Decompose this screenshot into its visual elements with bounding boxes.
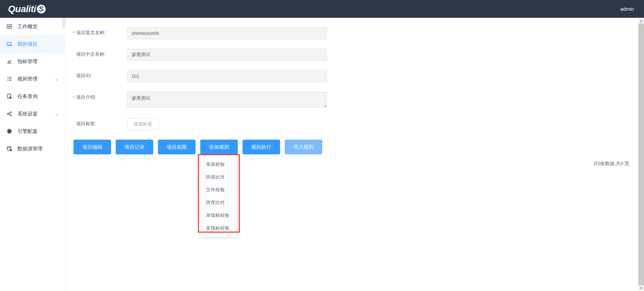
- textarea-intro[interactable]: [127, 92, 327, 108]
- sidebar-item-my-projects[interactable]: 我的项目: [0, 35, 65, 53]
- project-perm-button[interactable]: 项目权限: [158, 140, 196, 154]
- sidebar-item-label: 我的项目: [17, 41, 38, 47]
- scroll-thumb[interactable]: [638, 23, 644, 285]
- sidebar-item-label: 工作概览: [17, 23, 38, 30]
- logo-text: Qualiti: [8, 4, 36, 14]
- sidebar-item-settings[interactable]: 系统设置 ⌄: [0, 105, 65, 123]
- svg-rect-1: [8, 94, 11, 98]
- import-rule-button[interactable]: 导入规则: [285, 140, 322, 154]
- scroll-up-arrow-icon[interactable]: ▲: [638, 18, 644, 23]
- add-rule-wrapper: 添加规则 单表校验 跨表比对 文件校验 跨库比对 单指标校验 多指标校验: [200, 140, 238, 154]
- share-icon: [6, 110, 13, 117]
- svg-point-10: [7, 146, 11, 148]
- label-intro: 项目介绍:: [73, 92, 127, 100]
- svg-point-3: [7, 113, 8, 114]
- row-cn-name: 项目中文名称:: [73, 49, 636, 61]
- sidebar-item-rules[interactable]: 规则管理 ⌄: [0, 70, 65, 88]
- dropdown-item-single-metric[interactable]: 单指标校验: [201, 209, 236, 222]
- logo-badge: S: [37, 5, 46, 13]
- input-cn-name[interactable]: [127, 49, 327, 61]
- pagination-summary: 共0条数据,共0 页: [593, 161, 629, 167]
- svg-point-5: [10, 115, 11, 116]
- sidebar-item-datasource[interactable]: 数据源管理: [0, 140, 65, 157]
- dropdown-item-cross-db[interactable]: 跨库比对: [201, 196, 236, 209]
- input-id[interactable]: [127, 70, 327, 82]
- sidebar-item-label: 数据源管理: [17, 146, 43, 152]
- project-record-button[interactable]: 项目记录: [116, 140, 153, 154]
- sidebar-item-label: 系统设置: [17, 111, 38, 117]
- row-id: 项目ID:: [73, 70, 636, 82]
- row-en-name: 项目英文名称:: [73, 27, 636, 39]
- list-icon: [6, 76, 13, 82]
- row-tags: 项目标签: 添加标签: [73, 118, 636, 130]
- label-cn-name: 项目中文名称:: [73, 49, 127, 57]
- chevron-down-icon: ⌄: [55, 76, 59, 82]
- dropdown-item-file[interactable]: 文件校验: [201, 184, 236, 196]
- label-id: 项目ID:: [73, 70, 127, 79]
- db-icon: [6, 145, 13, 152]
- project-edit-button[interactable]: 项目编辑: [73, 140, 111, 154]
- svg-point-4: [10, 112, 11, 113]
- action-buttons: 项目编辑 项目记录 项目权限 添加规则 单表校验 跨表比对 文件校验 跨库比对 …: [73, 140, 636, 154]
- label-tags: 项目标签:: [73, 118, 127, 127]
- sidebar: 工作概览 我的项目 指标管理 规则管理 ⌄ 任务查询 系统设置 ⌄ 引擎配置: [0, 18, 65, 291]
- add-tag-button[interactable]: 添加标签: [127, 118, 159, 130]
- page-scrollbar[interactable]: ▲ ▼: [638, 18, 644, 291]
- sidebar-item-label: 任务查询: [17, 93, 38, 100]
- inbox-icon: [6, 41, 13, 47]
- rule-exec-button[interactable]: 规则执行: [243, 140, 280, 154]
- atom-icon: [6, 128, 13, 135]
- scroll-down-arrow-icon[interactable]: ▼: [638, 285, 644, 291]
- chart-icon: [6, 58, 13, 65]
- input-en-name[interactable]: [127, 27, 327, 39]
- app-header: QualitiS admin: [0, 0, 644, 18]
- dropdown-item-cross-table[interactable]: 跨表比对: [201, 171, 236, 184]
- dashboard-icon: [6, 23, 13, 30]
- sidebar-item-overview[interactable]: 工作概览: [0, 18, 65, 35]
- search-doc-icon: [6, 93, 13, 100]
- sidebar-item-tasks[interactable]: 任务查询: [0, 88, 65, 105]
- label-en-name: 项目英文名称:: [73, 27, 127, 36]
- sidebar-item-label: 指标管理: [17, 58, 38, 65]
- add-rule-button[interactable]: 添加规则: [200, 140, 238, 154]
- main-panel: 项目英文名称: 项目中文名称: 项目ID: 项目介绍: 项目标签: 添加标签: [65, 18, 644, 291]
- sidebar-item-engine[interactable]: 引擎配置: [0, 123, 65, 140]
- chevron-down-icon: ⌄: [55, 111, 59, 117]
- sidebar-item-label: 引擎配置: [17, 128, 38, 135]
- current-user[interactable]: admin: [620, 6, 636, 12]
- app-logo: QualitiS: [8, 0, 46, 18]
- sidebar-item-label: 规则管理: [17, 76, 38, 82]
- add-rule-dropdown: 单表校验 跨表比对 文件校验 跨库比对 单指标校验 多指标校验: [200, 156, 236, 237]
- dropdown-item-multi-metric[interactable]: 多指标校验: [201, 222, 236, 235]
- sidebar-item-metrics[interactable]: 指标管理: [0, 53, 65, 70]
- svg-point-6: [9, 131, 10, 132]
- row-intro: 项目介绍:: [73, 92, 636, 109]
- dropdown-item-single-table[interactable]: 单表校验: [201, 158, 236, 171]
